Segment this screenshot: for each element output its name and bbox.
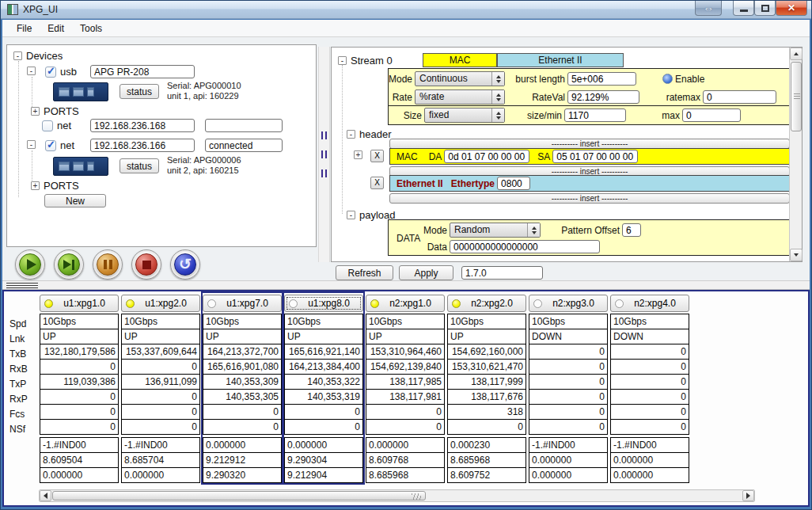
apply-button[interactable]: Apply <box>399 265 453 280</box>
resize-arrows-button[interactable]: ⇔ <box>695 1 722 16</box>
payload-mode-value: Random <box>450 223 527 237</box>
stats-scrollbar[interactable] <box>39 489 755 502</box>
stat-cell: 0 <box>40 359 119 375</box>
new-device-button[interactable]: New <box>44 194 106 207</box>
pause-icon <box>104 260 112 269</box>
device-name-field[interactable] <box>90 65 195 78</box>
net2-address-field[interactable] <box>90 139 195 152</box>
stat-cell-float: -1.#IND00 <box>121 437 200 453</box>
tab-ethernet-ii[interactable]: Ethernet II <box>497 53 624 67</box>
stat-cell: 0 <box>529 374 608 390</box>
restart-button[interactable]: ↺ <box>170 249 200 280</box>
port-column-header-button[interactable]: n2:xpg4.0 <box>610 295 689 312</box>
net1-status-field[interactable] <box>205 119 283 132</box>
status-button-2[interactable]: status <box>120 158 159 173</box>
scroll-down-button[interactable] <box>790 249 803 261</box>
play-icon <box>27 259 36 270</box>
payload-data-field[interactable] <box>450 240 600 253</box>
rate-value: %rate <box>415 90 491 104</box>
stat-cell: 0 <box>610 359 689 375</box>
scrollbar-thumb[interactable] <box>52 491 426 500</box>
net1-checkbox[interactable] <box>42 120 53 131</box>
payload-mode-select[interactable]: Random <box>450 223 541 238</box>
stats-column: u1:xpg8.010GbpsUP165,616,921,140164,213,… <box>284 293 363 483</box>
rate-select[interactable]: %rate <box>415 89 505 105</box>
play-button[interactable] <box>15 249 45 280</box>
stat-cell-float: -1.#IND00 <box>529 437 608 453</box>
stat-row-label: Spd <box>9 316 38 332</box>
tab-mac[interactable]: MAC <box>423 53 497 67</box>
collapse-icon[interactable]: - <box>347 130 355 139</box>
stat-cell: 0 <box>529 389 608 405</box>
scroll-left-button[interactable] <box>40 490 51 501</box>
port-column-header-button[interactable]: u1:xpg1.0 <box>40 295 119 312</box>
sizemax-field[interactable] <box>682 108 741 122</box>
net2-status-field[interactable] <box>205 139 283 152</box>
stat-float-block: -1.#IND000.0000000.000000 <box>529 437 608 483</box>
mac-da-field[interactable] <box>444 150 529 163</box>
scroll-up-button[interactable] <box>790 48 803 60</box>
insert-header-button[interactable]: ---------- insert ---------- <box>389 193 790 204</box>
menu-file[interactable]: File <box>9 21 40 36</box>
status-button-1[interactable]: status <box>120 84 159 99</box>
close-button[interactable]: ✕ <box>776 1 807 16</box>
horizontal-splitter[interactable] <box>2 280 810 290</box>
spinner-arrows-icon[interactable] <box>527 223 540 237</box>
spinner-arrows-icon[interactable] <box>491 90 504 104</box>
stat-cell-float: 8.609768 <box>366 452 445 468</box>
port-column-header-button[interactable]: n2:xpg3.0 <box>529 295 608 312</box>
version-field[interactable] <box>461 266 543 280</box>
port-column-header-button[interactable]: n2:xpg2.0 <box>447 295 526 312</box>
port-column-header-button[interactable]: u1:xpg2.0 <box>121 295 200 312</box>
net1-address-field[interactable] <box>90 119 195 132</box>
expand-icon[interactable]: + <box>354 150 362 159</box>
title-bar[interactable]: XPG_UI ⇔ ✕ <box>1 1 811 19</box>
device1-unit: unit 1, api: 160229 <box>167 91 241 101</box>
double-arrow-icon: ⇔ <box>704 2 714 14</box>
minimize-button[interactable] <box>733 1 754 16</box>
refresh-button[interactable]: Refresh <box>336 265 393 280</box>
collapse-icon[interactable]: - <box>338 56 347 65</box>
mode-select[interactable]: Continuous <box>415 71 505 86</box>
stat-cell: 119,039,386 <box>40 374 119 390</box>
menu-tools[interactable]: Tools <box>72 21 110 36</box>
collapse-icon[interactable]: - <box>347 211 355 219</box>
rateval-field[interactable] <box>567 90 639 104</box>
enable-radio[interactable] <box>662 74 673 84</box>
port-column-header-button[interactable]: n2:xpg1.0 <box>366 295 445 312</box>
spinner-arrows-icon[interactable] <box>491 72 504 86</box>
stat-cell: 0 <box>366 419 445 435</box>
collapse-icon[interactable]: - <box>27 67 36 75</box>
port-column-header-button[interactable]: u1:xpg7.0 <box>203 295 282 312</box>
size-select[interactable]: fixed <box>424 108 505 123</box>
maximize-button[interactable] <box>754 1 776 16</box>
mac-sa-field[interactable] <box>552 150 638 163</box>
stream-node-label: Stream 0 <box>351 55 393 67</box>
expand-icon[interactable]: + <box>31 107 40 116</box>
burst-length-field[interactable] <box>567 72 636 86</box>
menu-edit[interactable]: Edit <box>40 21 72 36</box>
usb-checkbox[interactable]: ✓ <box>45 67 56 78</box>
pattern-offset-field[interactable] <box>622 223 641 237</box>
step-button[interactable] <box>54 249 84 280</box>
device-port-icon <box>87 87 94 97</box>
device2-unit: unit 2, api: 160215 <box>167 166 241 176</box>
pause-button[interactable] <box>93 249 123 280</box>
remove-ethernet-button[interactable]: X <box>370 177 384 189</box>
scroll-right-button[interactable] <box>742 490 754 501</box>
ratemax-field[interactable] <box>703 90 776 104</box>
stop-button[interactable] <box>131 249 161 280</box>
scrollbar-thumb[interactable] <box>791 62 802 131</box>
sizemin-field[interactable] <box>564 108 626 122</box>
stream-scrollbar[interactable] <box>789 48 802 261</box>
collapse-icon[interactable]: - <box>27 140 36 149</box>
ethertype-field[interactable] <box>497 177 530 190</box>
net2-checkbox[interactable]: ✓ <box>45 140 56 151</box>
expand-icon[interactable]: + <box>31 181 40 190</box>
spinner-arrows-icon[interactable] <box>491 108 504 122</box>
remove-mac-button[interactable]: X <box>370 150 384 162</box>
collapse-icon[interactable]: - <box>13 51 22 60</box>
stats-column: u1:xpg7.010GbpsUP164,213,372,700165,616,… <box>203 293 282 483</box>
port-column-header-button[interactable]: u1:xpg8.0 <box>284 295 363 312</box>
vertical-splitter[interactable] <box>318 47 330 262</box>
